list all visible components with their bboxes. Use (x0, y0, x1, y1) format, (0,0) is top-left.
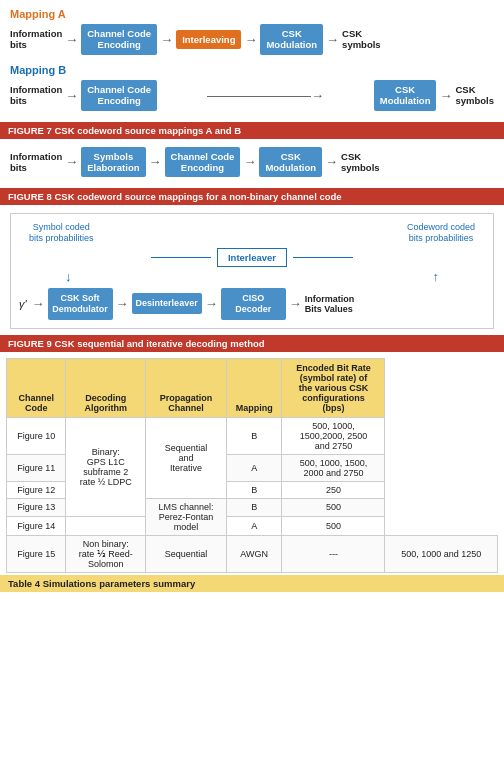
cell-rate-15: 500, 1000 and 1250 (385, 535, 498, 572)
simulations-table: ChannelCode DecodingAlgorithm Propagatio… (6, 358, 498, 573)
cell-mapping-dash-15: --- (282, 535, 385, 572)
arrow1: → (65, 33, 78, 46)
cell-fig12: Figure 12 (7, 481, 66, 498)
fig9-ciso-decoder: CISODecoder (221, 288, 286, 320)
cell-binary-gps: Binary:GPS L1Csubframe 2rate ½ LDPC (66, 417, 146, 517)
cell-mapping-a-14: A (226, 517, 282, 536)
col-propagation: PropagationChannel (146, 358, 227, 417)
cell-mapping-b-12: B (226, 481, 282, 498)
fig8-start: Informationbits (10, 151, 62, 173)
arrow10: → (243, 155, 256, 168)
mapping-b-section: Mapping B Informationbits → Channel Code… (0, 64, 504, 120)
arrow7: → (439, 89, 452, 102)
mapping-a-flow: Informationbits → Channel CodeEncoding →… (10, 24, 494, 55)
fig9-csk-soft: CSK SoftDemodulator (48, 288, 113, 320)
col-mapping: Mapping (226, 358, 282, 417)
mapping-a-end: CSKsymbols (342, 28, 381, 50)
table-row: Figure 14 A 500 (7, 517, 498, 536)
arrow13: → (205, 297, 218, 310)
cell-fig13: Figure 13 (7, 498, 66, 517)
fig9-interleaver-box: Interleaver (217, 248, 287, 267)
table-row: Figure 10 Binary:GPS L1Csubframe 2rate ½… (7, 417, 498, 454)
fig9-desinterleaver: Desinterleaver (132, 293, 202, 314)
figure9-bottom-flow: γ' → CSK SoftDemodulator → Desinterleave… (19, 288, 485, 320)
figure8-flow: Informationbits → SymbolsElaboration → C… (10, 147, 494, 178)
mapping-a-label: Mapping A (10, 8, 494, 20)
cell-mapping-b-10: B (226, 417, 282, 454)
figure7-caption: FIGURE 7 CSK codeword source mappings A … (0, 122, 504, 139)
arrow8: → (65, 155, 78, 168)
cell-sequential-15: Sequential (146, 535, 227, 572)
mapping-b-end: CSKsymbols (455, 84, 494, 106)
table-section: ChannelCode DecodingAlgorithm Propagatio… (0, 352, 504, 575)
box-channel-code-b: Channel CodeEncoding (81, 80, 157, 111)
arrow5: → (65, 89, 78, 102)
arrow14: → (289, 297, 302, 310)
mapping-a-section: Mapping A Informationbits → Channel Code… (0, 0, 504, 64)
fig9-symbol-coded-label: Symbol codedbits probabilities (29, 222, 94, 244)
table-row: Figure 15 Non binary:rate ⅓ Reed-Solomon… (7, 535, 498, 572)
fig8-end: CSKsymbols (341, 151, 380, 173)
cell-rate-11: 500, 1000, 1500,2000 and 2750 (282, 454, 385, 481)
fig9-codeword-coded-label: Codeword codedbits probabilities (407, 222, 475, 244)
arrow11: → (325, 155, 338, 168)
figure8-caption: FIGURE 8 CSK codeword source mappings fo… (0, 188, 504, 205)
col-decoding-algo: DecodingAlgorithm (66, 358, 146, 417)
cell-rate-14: 500 (282, 517, 385, 536)
mapping-b-flow: Informationbits → Channel CodeEncoding —… (10, 80, 494, 111)
figure9-section: Symbol codedbits probabilities Codeword … (0, 205, 504, 332)
cell-rate-13: 500 (282, 498, 385, 517)
arrow6: ————————→ (160, 89, 371, 102)
arrow-up-right: ↑ (433, 269, 440, 284)
mapping-b-label: Mapping B (10, 64, 494, 76)
cell-alg-empty-14 (66, 517, 146, 536)
fig9-gamma: γ' (19, 298, 27, 310)
box-channel-code-8: Channel CodeEncoding (165, 147, 241, 178)
cell-awgn-15: AWGN (226, 535, 282, 572)
cell-sequential-and-iterative: SequentialandIterative (146, 417, 227, 498)
box-interleaving-a: Interleaving (176, 30, 241, 49)
box-csk-mod-a: CSKModulation (260, 24, 323, 55)
arrow-down-left: ↓ (65, 269, 72, 284)
cell-fig11: Figure 11 (7, 454, 66, 481)
cell-mapping-a-11: A (226, 454, 282, 481)
figure9-caption: FIGURE 9 CSK sequential and iterative de… (0, 335, 504, 352)
box-symbols-elab: SymbolsElaboration (81, 147, 145, 178)
arrow4: → (326, 33, 339, 46)
arrow9: → (149, 155, 162, 168)
arrow2: → (160, 33, 173, 46)
arrow3: → (244, 33, 257, 46)
figure9-diagram: Symbol codedbits probabilities Codeword … (10, 213, 494, 328)
cell-fig10: Figure 10 (7, 417, 66, 454)
arrow12: → (116, 297, 129, 310)
figure8-section: Informationbits → SymbolsElaboration → C… (0, 139, 504, 187)
cell-fig14: Figure 14 (7, 517, 66, 536)
fig9-info-bits: InformationBits Values (305, 294, 355, 314)
cell-mapping-b-13: B (226, 498, 282, 517)
cell-lms-channel: LMS channel:Perez-Fontanmodel (146, 498, 227, 535)
col-channel-code: ChannelCode (7, 358, 66, 417)
col-encoded-bit-rate: Encoded Bit Rate(symbol rate) ofthe vari… (282, 358, 385, 417)
cell-rate-10: 500, 1000,1500,2000, 2500and 2750 (282, 417, 385, 454)
box-csk-mod-b: CSKModulation (374, 80, 437, 111)
mapping-a-start: Informationbits (10, 28, 62, 50)
table-caption: Table 4 Simulations parameters summary (0, 575, 504, 592)
box-channel-code-a: Channel CodeEncoding (81, 24, 157, 55)
box-csk-mod-8: CSKModulation (259, 147, 322, 178)
arrow-gamma: → (32, 297, 45, 310)
cell-non-binary: Non binary:rate ⅓ Reed-Solomon (66, 535, 146, 572)
cell-fig15: Figure 15 (7, 535, 66, 572)
cell-rate-12: 250 (282, 481, 385, 498)
mapping-b-start: Informationbits (10, 84, 62, 106)
